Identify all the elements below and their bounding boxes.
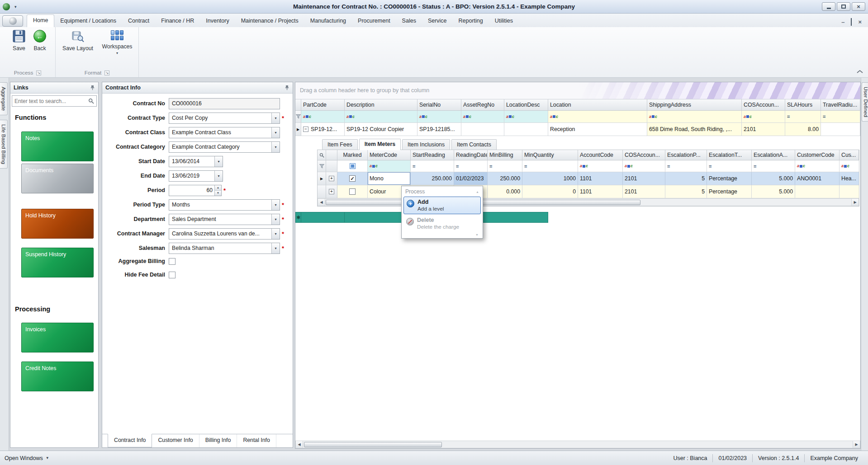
filter-cell-marked[interactable] bbox=[337, 160, 368, 172]
chevron-down-icon[interactable]: ▾ bbox=[271, 243, 280, 254]
filter-cell-shippingaddress[interactable]: ac bbox=[647, 111, 742, 122]
cell-customercode[interactable]: ANO0001 bbox=[795, 172, 840, 185]
cell-escalationt[interactable]: Percentage bbox=[707, 172, 752, 185]
cell-slahours[interactable]: 8.00 bbox=[785, 123, 821, 136]
back-button[interactable]: ← Back bbox=[24, 29, 56, 52]
filter-cell-partcode[interactable]: ac bbox=[301, 111, 345, 122]
scrollbar-thumb[interactable] bbox=[326, 200, 640, 205]
chevron-down-icon[interactable]: ▾ bbox=[214, 171, 223, 181]
filter-cell-slahours[interactable]: = bbox=[785, 111, 821, 122]
chevron-down-icon[interactable]: ▾ bbox=[271, 214, 280, 225]
cell-cus[interactable]: Hea... bbox=[840, 172, 859, 185]
cell-marked[interactable]: ✓ bbox=[337, 172, 368, 185]
cell-escalationa[interactable]: 5.000 bbox=[752, 172, 795, 185]
filter-cell-escalationa[interactable]: = bbox=[752, 160, 795, 172]
collapse-ribbon-icon[interactable] bbox=[856, 70, 863, 74]
child-minimize-icon[interactable]: – bbox=[841, 20, 844, 24]
cell-escalationt[interactable]: Percentage bbox=[707, 185, 752, 198]
scrollbar-thumb[interactable] bbox=[304, 442, 442, 447]
tab-service[interactable]: Service bbox=[422, 15, 453, 27]
tab-inventory[interactable]: Inventory bbox=[200, 15, 235, 27]
filter-cell-description[interactable]: ac bbox=[345, 111, 417, 122]
tab-contract[interactable]: Contract bbox=[122, 15, 155, 27]
filter-cell-escalationp[interactable]: = bbox=[665, 160, 707, 172]
dialog-launcher-icon[interactable]: ↘ bbox=[104, 70, 109, 75]
invoices-button[interactable]: Invoices bbox=[21, 323, 94, 352]
filter-funnel-icon[interactable] bbox=[295, 111, 301, 122]
cell-serialno[interactable]: SP19-12185... bbox=[417, 123, 461, 136]
cell-assetregno[interactable] bbox=[461, 123, 504, 136]
tab-manufacturing[interactable]: Manufacturing bbox=[304, 15, 352, 27]
filter-cell-minbilling[interactable]: = bbox=[488, 160, 522, 172]
cell-escalationp[interactable]: 5 bbox=[665, 172, 707, 185]
cell-cosaccount[interactable]: 2101 bbox=[623, 172, 665, 185]
new-row-strip[interactable]: ✱ bbox=[295, 212, 860, 223]
spin-down-icon[interactable]: ▼ bbox=[215, 191, 221, 196]
menu-scroll-up-icon[interactable]: ▲ bbox=[476, 190, 479, 193]
filter-cell-locationdesc[interactable]: ac bbox=[504, 111, 548, 122]
scroll-right-icon[interactable]: ▶ bbox=[853, 441, 860, 448]
cell-cosaccount[interactable]: 2101 bbox=[623, 185, 665, 198]
filter-cell-customercode[interactable]: ac bbox=[795, 160, 840, 172]
cell-cus[interactable] bbox=[840, 185, 859, 198]
grid-horizontal-scrollbar[interactable]: ◀ ▶ bbox=[295, 441, 860, 448]
salesman-select[interactable]: Belinda Sharman▾ bbox=[169, 243, 280, 254]
period-type-select[interactable]: Months▾ bbox=[169, 199, 280, 211]
documents-button[interactable]: Documents bbox=[21, 164, 94, 193]
cell-cosaccount[interactable]: 2101 bbox=[742, 123, 785, 136]
aggregate-billing-checkbox[interactable] bbox=[169, 258, 175, 265]
cell-minbilling[interactable]: 250.000 bbox=[488, 172, 522, 185]
tab-billing-info[interactable]: Billing Info bbox=[199, 434, 237, 447]
chevron-down-icon[interactable]: ▾ bbox=[271, 200, 280, 210]
column-header-minbilling[interactable]: MinBilling bbox=[488, 150, 522, 160]
column-header-locationdesc[interactable]: LocationDesc bbox=[504, 99, 548, 110]
contract-manager-select[interactable]: Carolina Suzzetta Lourens van de...▾ bbox=[169, 228, 280, 240]
filter-cell-assetregno[interactable]: ac bbox=[461, 111, 504, 122]
column-header-metercode[interactable]: MeterCode bbox=[368, 150, 411, 160]
application-button[interactable] bbox=[2, 15, 23, 27]
workspaces-button[interactable]: Workspaces ▾ bbox=[99, 29, 136, 55]
detail-horizontal-scrollbar[interactable]: ◀ ▶ bbox=[318, 198, 859, 206]
chevron-down-icon[interactable]: ▾ bbox=[271, 142, 280, 152]
workspaces-dropdown-icon[interactable]: ▾ bbox=[116, 51, 118, 55]
column-header-cosaccount[interactable]: COSAccoun... bbox=[623, 150, 665, 160]
checked-checkbox[interactable]: ✓ bbox=[349, 175, 356, 182]
group-by-bar[interactable]: Drag a column header here to group by th… bbox=[295, 82, 860, 99]
cell-travelradius[interactable] bbox=[821, 123, 860, 136]
tab-sales[interactable]: Sales bbox=[396, 15, 422, 27]
dialog-launcher-icon[interactable]: ↘ bbox=[36, 70, 41, 75]
cell-minquantity[interactable]: 1000 bbox=[522, 172, 578, 185]
quick-access-dropdown-icon[interactable]: ▾ bbox=[14, 5, 17, 9]
tab-item-contacts[interactable]: Item Contacts bbox=[451, 139, 497, 150]
cell-metercode-editing[interactable]: Mono bbox=[368, 172, 411, 185]
chevron-down-icon[interactable]: ▾ bbox=[214, 156, 223, 167]
dock-tab-user-defined[interactable]: User Defined bbox=[862, 82, 868, 122]
column-header-accountcode[interactable]: AccountCode bbox=[578, 150, 623, 160]
cell-partcode[interactable]: −SP19-12... bbox=[301, 123, 345, 136]
chevron-down-icon[interactable]: ▾ bbox=[271, 127, 280, 138]
column-header-startreading[interactable]: StartReading bbox=[411, 150, 454, 160]
filter-cell-cosaccount[interactable]: ac bbox=[742, 111, 785, 122]
column-header-escalationp[interactable]: EscalationP... bbox=[665, 150, 707, 160]
end-date-field[interactable]: 13/06/2019▾ bbox=[169, 170, 223, 182]
expand-row-icon[interactable]: + bbox=[326, 172, 337, 185]
notes-button[interactable]: Notes bbox=[21, 132, 94, 161]
column-header-cosaccount[interactable]: COSAccoun... bbox=[742, 99, 785, 110]
contract-category-select[interactable]: Example Contract Category▾ bbox=[169, 141, 280, 153]
filter-cell-serialno[interactable]: ac bbox=[417, 111, 461, 122]
suspend-history-button[interactable]: Suspend History bbox=[21, 248, 94, 277]
cell-escalationp[interactable]: 5 bbox=[665, 185, 707, 198]
menu-item-add[interactable]: + Add Add a level bbox=[403, 197, 481, 214]
expand-row-icon[interactable]: + bbox=[326, 185, 337, 198]
column-header-assetregno[interactable]: AssetRegNo bbox=[461, 99, 504, 110]
collapse-detail-icon[interactable]: − bbox=[303, 127, 308, 132]
menu-scroll-down-icon[interactable]: ▼ bbox=[403, 233, 481, 236]
cell-locationdesc[interactable] bbox=[504, 123, 548, 136]
scroll-left-icon[interactable]: ◀ bbox=[296, 441, 303, 448]
tab-item-meters[interactable]: Item Meters bbox=[359, 139, 401, 150]
column-header-cus[interactable]: Cus... bbox=[840, 150, 859, 160]
column-header-escalationt[interactable]: EscalationT... bbox=[707, 150, 752, 160]
column-header-marked[interactable]: Marked bbox=[337, 150, 368, 160]
start-date-field[interactable]: 13/06/2014▾ bbox=[169, 156, 223, 167]
column-header-travelradius[interactable]: TravelRadiu... bbox=[821, 99, 860, 110]
